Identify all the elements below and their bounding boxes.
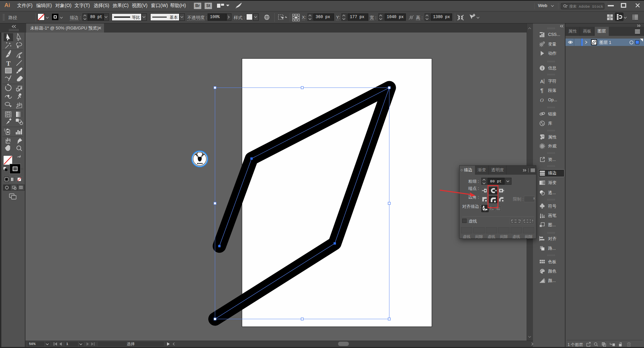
svg-text:¶: ¶: [540, 88, 543, 94]
svg-text:O: O: [540, 98, 544, 103]
svg-text:T: T: [6, 60, 11, 67]
svg-text:A: A: [540, 78, 544, 84]
